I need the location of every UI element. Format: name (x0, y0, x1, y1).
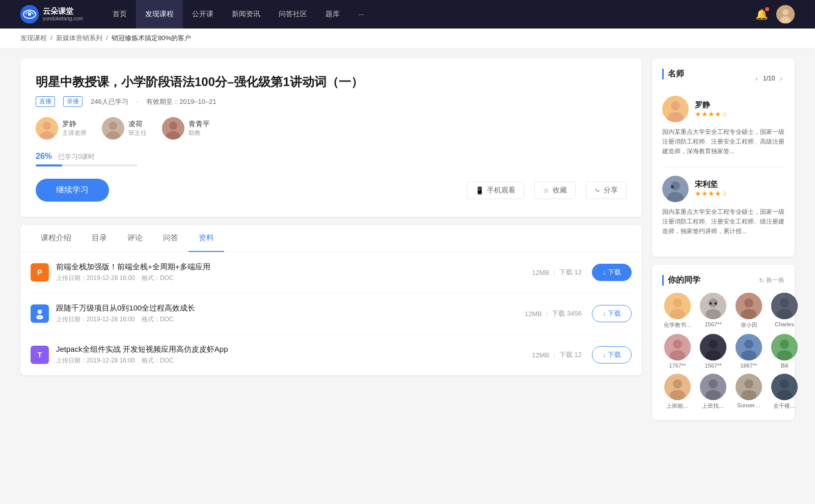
resource-title-2: Jetpack全组件实战 开发短视频应用高仿皮皮虾App (56, 345, 532, 354)
logo-sub: yundoketang.com (43, 16, 83, 22)
svg-point-27 (670, 309, 685, 319)
classmate-name-9: 上班找… (698, 402, 728, 410)
tab-intro[interactable]: 课程介绍 (31, 225, 82, 252)
resource-title-0: 前端全栈加强版！前端全栈+全周期+多端应用 (56, 262, 532, 272)
classmate-8[interactable]: 上班能… (662, 374, 693, 410)
tab-resources[interactable]: 资料 (188, 225, 224, 252)
tab-contents[interactable]: 目录 (82, 225, 117, 252)
resource-size-1: 12MB (525, 310, 542, 318)
resource-meta-1: 上传日期：2019-12-28 16:00 格式：DOC (56, 315, 525, 324)
classmate-5[interactable]: 1567** (698, 334, 728, 369)
svg-point-31 (710, 302, 712, 305)
share-button[interactable]: ⤷ 分享 (586, 182, 627, 199)
progress-text: 已学习0课时 (58, 153, 95, 160)
classmate-2[interactable]: 张小田 (734, 293, 764, 329)
resource-meta-0: 上传日期：2019-12-28 16:00 格式：DOC (56, 274, 532, 283)
teacher-role-1: 班主任 (128, 129, 147, 137)
svg-point-53 (670, 390, 685, 400)
notification-bell[interactable]: 🔔 (755, 8, 768, 20)
classmate-11[interactable]: 去干楼… (769, 374, 800, 410)
teacher-name-0: 罗静 (62, 120, 87, 129)
badge-record: 录播 (63, 96, 83, 107)
resource-stats-2: 12MB | 下载 12 (532, 350, 581, 359)
svg-point-50 (777, 350, 792, 360)
sidebar-teacher-avatar-0 (662, 96, 689, 122)
download-button-0[interactable]: ↓ 下载 (592, 264, 632, 281)
tab-qa[interactable]: 问答 (153, 225, 188, 252)
nav-item-more[interactable]: ··· (349, 0, 373, 29)
nav-item-home[interactable]: 首页 (103, 0, 136, 29)
continue-button[interactable]: 继续学习 (36, 179, 109, 202)
sidebar-teacher-avatar-1 (662, 176, 689, 202)
resource-icon-2: T (31, 346, 49, 364)
classmate-10[interactable]: Sunser… (734, 374, 764, 410)
logo[interactable]: 云朵课堂 yundoketang.com (20, 5, 83, 23)
refresh-label: 换一换 (766, 276, 784, 285)
expire-date: 有效期至：2019–10–21 (146, 97, 216, 106)
share-icon: ⤷ (594, 186, 601, 194)
resource-info-0: 前端全栈加强版！前端全栈+全周期+多端应用 上传日期：2019-12-28 16… (56, 262, 532, 283)
resource-info-1: 跟随千万级项目从0到100全过程高效成长 上传日期：2019-12-28 16:… (56, 303, 525, 324)
sidebar-teacher-1: 宋利坚 ★★★★☆ 国内某重点大学安全工程专业硕士，国家一级注册消防工程师、注册… (662, 176, 784, 237)
resource-info-2: Jetpack全组件实战 开发短视频应用高仿皮皮虾App 上传日期：2019-1… (56, 345, 532, 365)
sidebar-teacher-desc-0: 国内某重点大学安全工程专业硕士，国家一级注册消防工程师、注册安全工程师、高级注册… (662, 127, 784, 157)
teacher-name-2: 青青平 (188, 120, 210, 129)
download-button-1[interactable]: ↓ 下载 (592, 305, 632, 322)
sidebar-teacher-info-0: 罗静 ★★★★☆ (695, 100, 728, 118)
svg-point-61 (780, 379, 789, 388)
content-area: 明星中教授课，小学阶段语法100分–强化级第1讲动词（一） 直播 录播 246人… (20, 59, 642, 428)
refresh-button[interactable]: ↻ 换一换 (759, 276, 784, 285)
classmate-3[interactable]: Charles (769, 293, 800, 329)
nav-item-discover[interactable]: 发现课程 (136, 0, 183, 29)
classmate-7[interactable]: Bill (769, 334, 800, 369)
course-card: 明星中教授课，小学阶段语法100分–强化级第1讲动词（一） 直播 录播 246人… (20, 59, 642, 217)
classmate-0[interactable]: 化学教书… (662, 293, 693, 329)
resource-downloads-1: 下载 3456 (552, 309, 582, 318)
navigation: 云朵课堂 yundoketang.com 首页 发现课程 公开课 新闻资讯 问答… (0, 0, 815, 29)
progress-label: 26% (36, 152, 52, 160)
badge-live: 直播 (36, 96, 55, 107)
nav-item-news[interactable]: 新闻资讯 (223, 0, 269, 29)
nav-item-qa[interactable]: 问答社区 (269, 0, 316, 29)
share-label: 分享 (604, 186, 618, 195)
classmate-4[interactable]: 1767** (662, 334, 693, 369)
breadcrumb: 发现课程 / 新媒体营销系列 / 销冠修炼术搞定80%的客户 (0, 29, 815, 48)
sidebar-teacher-info-1: 宋利坚 ★★★★☆ (695, 180, 728, 198)
nav-right: 🔔 (755, 5, 795, 23)
teacher-avatar-0 (36, 117, 58, 139)
classmate-6[interactable]: 1867** (734, 334, 764, 369)
resource-list: P 前端全栈加强版！前端全栈+全周期+多端应用 上传日期：2019-12-28 … (20, 252, 642, 375)
collect-button[interactable]: ☆ 收藏 (534, 182, 576, 199)
nav-item-quiz[interactable]: 题库 (316, 0, 349, 29)
svg-point-37 (780, 298, 789, 307)
resource-icon-0: P (31, 263, 49, 282)
user-avatar[interactable] (776, 5, 795, 23)
teachers-next[interactable]: › (778, 73, 784, 83)
sidebar-teacher-0: 罗静 ★★★★☆ 国内某重点大学安全工程专业硕士，国家一级注册消防工程师、注册安… (662, 96, 784, 157)
progress-fill (36, 164, 62, 166)
classmate-1[interactable]: 1567** (698, 293, 728, 329)
course-actions: 继续学习 📱 手机观看 ☆ 收藏 ⤷ 分享 (36, 179, 627, 202)
breadcrumb-link-series[interactable]: 新媒体营销系列 (56, 34, 102, 42)
svg-point-26 (673, 298, 682, 307)
nav-item-opencourse[interactable]: 公开课 (183, 0, 223, 29)
breadcrumb-link-discover[interactable]: 发现课程 (20, 34, 47, 42)
svg-point-49 (780, 340, 789, 349)
svg-point-35 (741, 309, 756, 319)
mobile-view-button[interactable]: 📱 手机观看 (467, 182, 524, 199)
sidebar-teacher-stars-1: ★★★★☆ (695, 189, 728, 198)
teachers-prev[interactable]: ‹ (753, 73, 760, 83)
svg-point-17 (36, 315, 43, 320)
tab-comments[interactable]: 评论 (117, 225, 153, 252)
svg-point-34 (744, 298, 753, 307)
download-button-2[interactable]: ↓ 下载 (592, 346, 632, 363)
progress-section: 26% 已学习0课时 (36, 152, 627, 166)
svg-point-58 (744, 379, 753, 388)
classmate-9[interactable]: 上班找… (698, 374, 728, 410)
mobile-label: 手机观看 (487, 186, 515, 195)
teacher-1: 凌荷 班主任 (102, 117, 147, 139)
action-buttons: 📱 手机观看 ☆ 收藏 ⤷ 分享 (467, 182, 627, 199)
svg-point-56 (705, 390, 721, 400)
course-meta: 直播 录播 246人已学习 · 有效期至：2019–10–21 (36, 96, 627, 107)
classmates-header: 你的同学 ↻ 换一换 (662, 275, 784, 286)
